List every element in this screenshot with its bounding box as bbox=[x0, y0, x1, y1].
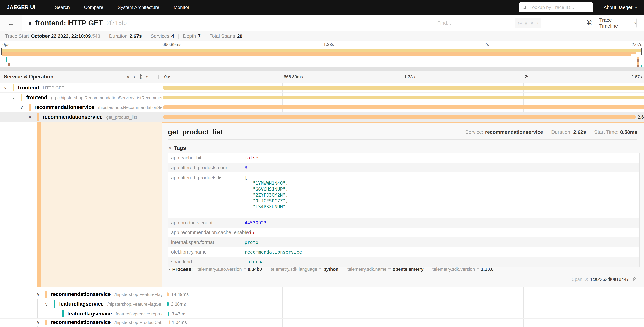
tag-value: 8 bbox=[244, 165, 247, 170]
span-bar[interactable] bbox=[168, 320, 170, 324]
span-name[interactable]: featureflagservice featureflagservice.re… bbox=[67, 311, 162, 317]
span-duration-label: 1.04ms bbox=[172, 320, 187, 325]
span-timeline-cell: 3.47ms bbox=[162, 309, 644, 318]
span-name[interactable]: frontend grpc.hipstershop.Recommendation… bbox=[26, 94, 162, 100]
span-bar[interactable] bbox=[166, 292, 169, 296]
span-tree-cell: ∨ frontend grpc.hipstershop.Recommendati… bbox=[0, 93, 162, 102]
span-row-recommendation-list: ∨ recommendationservice /hipstershop.Rec… bbox=[0, 102, 644, 112]
column-resize-grip[interactable] bbox=[158, 74, 160, 79]
jaeger-logo[interactable]: JAEGER UI bbox=[7, 4, 36, 10]
service-color-bar bbox=[37, 113, 39, 120]
clear-find-icon[interactable]: × bbox=[536, 20, 538, 26]
span-timeline-cell bbox=[162, 83, 644, 92]
tag-row: internal.span.format proto bbox=[168, 237, 640, 247]
nav-item-search[interactable]: Search bbox=[55, 5, 70, 10]
span-timeline-cell: 3.68ms bbox=[162, 299, 644, 309]
json-bracket: [ bbox=[244, 174, 288, 180]
duration-label: Duration: bbox=[551, 129, 572, 135]
minimap-span-cluster bbox=[636, 62, 640, 65]
back-button[interactable]: ← bbox=[0, 15, 22, 31]
divider bbox=[178, 34, 179, 39]
trace-id-lookup[interactable] bbox=[519, 2, 594, 12]
chevron-down-icon: ∨ bbox=[168, 146, 172, 150]
process-value: 1.13.0 bbox=[481, 267, 494, 272]
nav-item-monitor[interactable]: Monitor bbox=[174, 5, 189, 10]
nav-item-system-architecture[interactable]: System Architecture bbox=[118, 5, 160, 10]
next-match-icon[interactable]: ∨ bbox=[530, 20, 534, 26]
tag-key: app.products.count bbox=[168, 220, 244, 226]
minimap-right-drag-handle[interactable] bbox=[641, 48, 642, 56]
timeline-tick: 666.89ms bbox=[284, 74, 303, 80]
timeline-tick: 2s bbox=[525, 74, 529, 80]
operation-name: get_product_list bbox=[106, 115, 137, 120]
tag-key: otel.library.name bbox=[168, 249, 244, 255]
trace-start-label: Trace Start bbox=[5, 34, 29, 39]
minimap-tick: 0μs bbox=[2, 42, 10, 47]
about-jaeger-menu[interactable]: About Jaeger ∨ bbox=[604, 5, 637, 10]
span-bar[interactable] bbox=[167, 302, 168, 306]
tag-value: true bbox=[244, 230, 256, 235]
span-name[interactable]: recommendationservice get_product_list bbox=[43, 114, 137, 120]
find-input[interactable] bbox=[433, 18, 515, 28]
span-tree-cell bbox=[0, 326, 162, 327]
trace-titlebar: ← ∨ frontend: HTTP GET 2f715fb ◎ ∧ ∨ × ⌘… bbox=[0, 15, 644, 31]
service-name: recommendationservice bbox=[43, 114, 102, 120]
indent-guides bbox=[4, 122, 29, 288]
process-toggle-icon[interactable]: › bbox=[168, 267, 170, 272]
service-color-bar bbox=[21, 94, 22, 101]
span-collapse-icon[interactable]: ∨ bbox=[20, 104, 23, 110]
prev-match-icon[interactable]: ∧ bbox=[524, 20, 528, 26]
span-name[interactable]: recommendationservice /hipstershop.Produ… bbox=[51, 319, 162, 325]
service-label: Service: bbox=[465, 129, 483, 135]
span-name[interactable]: featureflagservice /hipstershop.FeatureF… bbox=[59, 301, 162, 307]
trace-id-lookup-input[interactable] bbox=[530, 5, 590, 10]
tag-row: app.filtered_products.list [ "1YMWWN1N4O… bbox=[168, 172, 640, 218]
span-timeline-cell: 1.04ms bbox=[162, 318, 644, 326]
operation-name: featureflagservice.repo.query:fe... bbox=[116, 312, 162, 316]
focus-match-icon[interactable]: ◎ bbox=[518, 20, 522, 26]
find-group: ◎ ∧ ∨ × bbox=[433, 18, 542, 28]
span-name[interactable]: frontend HTTP GET bbox=[18, 85, 64, 91]
span-collapse-icon[interactable]: ∨ bbox=[45, 301, 48, 306]
trace-id-short: 2f715fb bbox=[106, 20, 126, 26]
span-name[interactable]: recommendationservice /hipstershop.Recom… bbox=[34, 104, 162, 110]
json-string: "1YMWWN1N4O", bbox=[244, 180, 288, 186]
span-tree-cell: ∨ featureflagservice /hipstershop.Featur… bbox=[0, 299, 162, 309]
tag-key: app.recommendation.cache_enabled bbox=[168, 230, 244, 235]
tag-row: app.filtered_products.count 8 bbox=[168, 163, 640, 172]
divider-band bbox=[0, 67, 644, 70]
trace-collapse-toggle[interactable]: ∨ bbox=[28, 20, 32, 26]
deep-link-icon[interactable] bbox=[631, 277, 636, 282]
minimap-left-drag-handle[interactable] bbox=[1, 48, 2, 56]
span-bar[interactable] bbox=[163, 106, 644, 109]
span-name[interactable]: recommendationservice /hipstershop.Featu… bbox=[51, 291, 162, 297]
keyboard-shortcuts-button[interactable]: ⌘ bbox=[584, 18, 594, 28]
tags-section-toggle[interactable]: ∨ Tags bbox=[168, 145, 186, 151]
expand-all-icon[interactable]: » bbox=[146, 74, 149, 80]
expand-one-icon[interactable]: › bbox=[134, 74, 135, 80]
span-bar[interactable] bbox=[168, 312, 169, 316]
span-bar[interactable] bbox=[162, 86, 644, 90]
collapse-all-icon[interactable]: ∨ ∨ bbox=[139, 74, 142, 79]
json-string: "OLJCESPC7Z", bbox=[244, 198, 288, 204]
span-row-frontend-http-get: ∨ frontend HTTP GET bbox=[0, 83, 644, 93]
timeline-minimap[interactable] bbox=[1, 48, 643, 67]
trace-view-selector[interactable]: Trace Timeline ∨ bbox=[599, 18, 636, 28]
collapse-one-icon[interactable]: ∨ bbox=[126, 74, 130, 80]
span-collapse-icon[interactable]: ∨ bbox=[12, 95, 15, 100]
span-tree-cell: ∨ recommendationservice get_product_list bbox=[0, 112, 162, 122]
trace-view-label: Trace Timeline bbox=[599, 17, 632, 29]
span-collapse-icon[interactable]: ∨ bbox=[28, 114, 32, 120]
duration-value: 2.62s bbox=[573, 129, 586, 135]
span-collapse-icon[interactable]: ∨ bbox=[36, 292, 40, 297]
span-collapse-icon[interactable]: ∨ bbox=[36, 320, 40, 325]
nav-item-compare[interactable]: Compare bbox=[84, 5, 103, 10]
trace-start-fraction: .543 bbox=[91, 34, 100, 39]
service-name: featureflagservice bbox=[59, 301, 104, 307]
span-timeline-cell: 14.49ms bbox=[162, 290, 644, 299]
span-bar[interactable] bbox=[163, 115, 636, 119]
span-bar[interactable] bbox=[162, 96, 644, 100]
tag-row: span.kind internal bbox=[168, 257, 640, 266]
span-collapse-icon[interactable]: ∨ bbox=[4, 85, 7, 90]
span-timeline-cell bbox=[162, 102, 644, 112]
